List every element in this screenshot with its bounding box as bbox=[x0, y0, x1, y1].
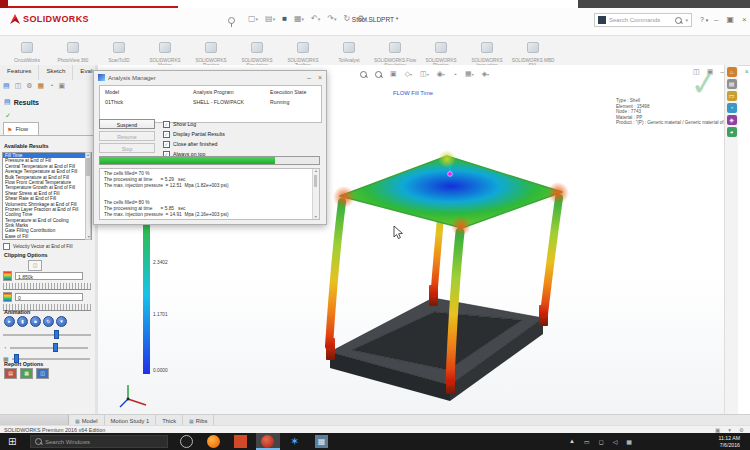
new-document-icon[interactable]: ▢▾ bbox=[248, 14, 258, 23]
addin-button[interactable]: PhotoView 360 bbox=[50, 37, 96, 68]
addin-button[interactable]: TolAnalyst bbox=[326, 37, 372, 68]
result-item[interactable]: Ease of Fill bbox=[3, 234, 91, 239]
checkbox-checked-icon[interactable]: ✓ bbox=[163, 131, 170, 138]
zoom-area-icon[interactable] bbox=[375, 71, 382, 78]
analysis-manager-dialog[interactable]: Analysis Manager – × Model Analysis Prog… bbox=[93, 70, 327, 225]
display-style-icon[interactable]: ◫▾ bbox=[420, 70, 429, 78]
row-state[interactable]: Running bbox=[270, 99, 289, 105]
dimxpert-icon[interactable]: ▦ bbox=[38, 82, 45, 90]
addin-button[interactable]: CircuitWorks bbox=[4, 37, 50, 68]
restore-icon[interactable]: ▣ bbox=[726, 15, 734, 24]
edit-appearance-icon[interactable]: ◔ bbox=[453, 71, 457, 78]
flow-tab[interactable]: ⚑ Flow bbox=[3, 122, 39, 135]
help-button[interactable]: ? ▾ bbox=[700, 16, 708, 23]
report-doc-icon[interactable]: ◫ bbox=[36, 368, 49, 379]
checkbox-checked-icon[interactable]: ✓ bbox=[163, 121, 170, 128]
doc-cascade-icon[interactable]: ◫ bbox=[693, 68, 700, 76]
log-scrollbar[interactable]: ▲ ▼ bbox=[312, 169, 319, 219]
checkbox-icon[interactable] bbox=[3, 243, 10, 250]
addin-button[interactable]: SOLIDWORKS Routing bbox=[188, 37, 234, 68]
animation-frame-slider[interactable] bbox=[3, 330, 91, 339]
tray-speaker-icon[interactable]: ◁ bbox=[613, 438, 618, 445]
search-caret-icon[interactable]: ▾ bbox=[685, 17, 688, 23]
zoom-fit-icon[interactable] bbox=[360, 71, 367, 78]
apply-scene-icon[interactable]: ▦▾ bbox=[465, 70, 474, 78]
view-palette-icon[interactable]: ◔ bbox=[727, 103, 737, 113]
loop-icon[interactable]: ↻ bbox=[43, 316, 54, 327]
sw-resources-icon[interactable]: ⌂ bbox=[727, 67, 737, 77]
stop-button[interactable]: Stop bbox=[99, 143, 155, 153]
play-icon[interactable]: ► bbox=[4, 316, 15, 327]
propertymanager-icon[interactable]: ◫ bbox=[15, 82, 22, 90]
pin-icon[interactable] bbox=[228, 17, 235, 24]
checkbox-checked-icon[interactable]: ✓ bbox=[163, 141, 170, 148]
start-button[interactable]: ⊞ bbox=[8, 436, 16, 447]
print-icon[interactable]: ▦▾ bbox=[294, 14, 304, 23]
row-model[interactable]: 01Thick bbox=[105, 99, 123, 105]
file-explorer-icon[interactable]: ▭ bbox=[727, 91, 737, 101]
taskbar-app-red-icon[interactable] bbox=[234, 435, 247, 448]
analysis-table[interactable]: Model Analysis Program Execution State 0… bbox=[99, 85, 322, 123]
results-scrollbar[interactable]: ▲ ▼ bbox=[85, 152, 91, 240]
redo-icon[interactable]: ↷▾ bbox=[327, 14, 336, 23]
addin-button[interactable]: SOLIDWORKS Flow Simulation bbox=[372, 37, 418, 68]
command-search[interactable]: Search Commands ▾ bbox=[594, 13, 692, 27]
speed-slider-1[interactable] bbox=[10, 343, 88, 352]
taskbar-app-firefox-icon[interactable] bbox=[207, 435, 220, 448]
plastics-manager-icon[interactable]: ▣ bbox=[58, 82, 65, 90]
configuration-icon[interactable]: ⚙ bbox=[26, 82, 32, 90]
doc-tile-icon[interactable]: ▣ bbox=[707, 68, 714, 76]
dialog-minimize-icon[interactable]: – bbox=[307, 74, 311, 81]
taskbar-app-recorder-icon[interactable] bbox=[261, 435, 274, 448]
velocity-vector-checkbox[interactable]: Velocity Vector at End of Fill bbox=[3, 243, 72, 250]
clip-value-input-1[interactable]: 1.850k bbox=[15, 272, 83, 280]
suspend-button[interactable]: Suspend bbox=[99, 119, 155, 129]
rebuild-icon[interactable]: ↻ bbox=[344, 14, 351, 23]
section-view-icon[interactable]: ▣ bbox=[390, 70, 397, 78]
windows-search[interactable]: Search Windows bbox=[30, 435, 168, 448]
report-chart-icon[interactable]: ▦ bbox=[20, 368, 33, 379]
taskbar-app-snowflake-icon[interactable]: ✶ bbox=[288, 435, 301, 448]
dialog-checkbox[interactable]: ✓ Display Partial Results bbox=[163, 129, 225, 139]
addin-button[interactable]: ScanTo3D bbox=[96, 37, 142, 68]
minimize-icon[interactable]: – bbox=[714, 15, 718, 24]
addin-button[interactable]: SOLIDWORKS MBD SNL bbox=[510, 37, 556, 68]
undo-icon[interactable]: ↶▾ bbox=[311, 14, 320, 23]
resume-button[interactable]: Resume bbox=[99, 131, 155, 141]
addin-button[interactable]: SOLIDWORKS Toolbox bbox=[280, 37, 326, 68]
custom-properties-icon[interactable]: ◕ bbox=[727, 127, 737, 137]
taskbar-app-grid-icon[interactable]: ▦ bbox=[315, 435, 328, 448]
close-icon[interactable]: × bbox=[742, 15, 747, 24]
pause-icon[interactable]: ▮ bbox=[17, 316, 28, 327]
dialog-titlebar[interactable]: Analysis Manager – × bbox=[94, 71, 326, 84]
view-orientation-icon[interactable]: ◇▾ bbox=[405, 70, 412, 78]
view-settings-icon[interactable]: ◈▾ bbox=[482, 70, 489, 78]
command-tab[interactable]: Features bbox=[0, 65, 39, 80]
taskbar-app-browser-icon[interactable] bbox=[180, 435, 193, 448]
save-animation-icon[interactable]: ▼ bbox=[56, 316, 67, 327]
report-image-icon[interactable]: ▤ bbox=[4, 368, 17, 379]
appearances-icon[interactable]: ◈ bbox=[727, 115, 737, 125]
addin-button[interactable]: SOLIDWORKS Inspection bbox=[464, 37, 510, 68]
displaymanager-icon[interactable]: ◔ bbox=[49, 82, 53, 90]
tray-keyboard-icon[interactable]: ▦ bbox=[626, 438, 632, 445]
open-icon[interactable]: ▤▾ bbox=[265, 14, 275, 23]
command-tab[interactable]: Sketch bbox=[39, 65, 73, 80]
addin-button[interactable]: SOLIDWORKS Plastics bbox=[418, 37, 464, 68]
options-gear-icon[interactable]: ⚙▾ bbox=[357, 14, 367, 23]
search-icon[interactable] bbox=[675, 17, 682, 24]
taskbar-clock[interactable]: 11:12 AM 7/6/2016 bbox=[718, 435, 740, 448]
clip-slider-1[interactable] bbox=[3, 283, 91, 290]
stop-icon[interactable]: ■ bbox=[30, 316, 41, 327]
dialog-checkbox[interactable]: ✓ Show Log bbox=[163, 119, 225, 129]
tray-folder-icon[interactable]: ▭ bbox=[584, 438, 590, 445]
solver-log[interactable]: The cells filled= 70 % The processing at… bbox=[99, 168, 320, 220]
dialog-close-icon[interactable]: × bbox=[318, 74, 322, 81]
tray-chat-icon[interactable]: ◻ bbox=[599, 438, 604, 445]
save-icon[interactable]: ■ bbox=[282, 14, 287, 23]
dialog-checkbox[interactable]: ✓ Close after finished bbox=[163, 139, 225, 149]
design-library-icon[interactable]: ▤ bbox=[727, 79, 737, 89]
addin-button[interactable]: SOLIDWORKS Simulation bbox=[234, 37, 280, 68]
doc-close-icon[interactable]: × bbox=[745, 68, 749, 76]
featuremanager-tree-icon[interactable]: ▤ bbox=[3, 82, 10, 90]
